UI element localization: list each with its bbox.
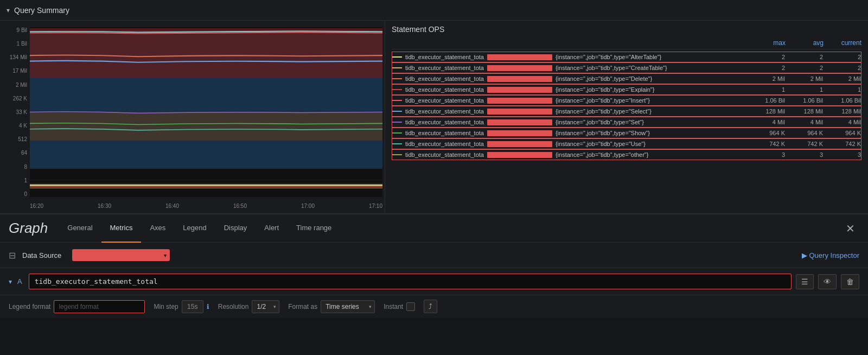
legend-max: 1 [747,86,785,93]
x-label-5: 17:10 [369,203,382,209]
legend-avg: 4 Mil [785,119,823,125]
datasource-select[interactable]: ▾ [72,249,170,261]
format-as-label: Format as [288,303,317,310]
legend-avg: 2 Mil [785,75,823,82]
page-title: Query Summary [14,6,69,15]
legend-current: 964 K [823,130,861,136]
query-options-button[interactable]: ☰ [796,274,814,289]
legend-metric-name: tidb_executor_statement_tota [405,130,484,136]
y-label-12: 0 [24,191,27,197]
query-letter-badge: A [17,277,22,286]
query-delete-button[interactable]: 🗑 [841,274,859,289]
legend-row: tidb_executor_statement_tota {instance="… [392,84,861,95]
legend-label: tidb_executor_statement_tota {instance="… [392,97,747,104]
resolution-select[interactable]: 1/2 ▾ [252,300,279,313]
close-button[interactable]: ✕ [841,220,859,237]
legend-redacted-instance [487,109,552,115]
graph-header: Graph GeneralMetricsAxesLegendDisplayAle… [0,214,868,243]
query-eye-button[interactable]: 👁 [818,274,837,289]
legend-avg: 3 [785,151,823,158]
tab-time-range[interactable]: Time range [288,214,340,243]
chart-right: Statement OPS max avg current tidb_execu… [385,21,868,213]
y-label-4: 2 Mil [16,82,27,88]
legend-color [392,56,402,58]
legend-current: 1.06 Bil [823,97,861,104]
legend-current: 2 Mil [823,75,861,82]
legend-max: 1.06 Bil [747,97,785,104]
legend-suffix: {instance=",job="tidb",type="Show"} [556,130,650,136]
legend-metric-name: tidb_executor_statement_tota [405,86,484,93]
legend-suffix: {instance=",job="tidb",type="Set"} [556,119,644,125]
tab-display[interactable]: Display [215,214,256,243]
legend-metric-name: tidb_executor_statement_tota [405,97,484,104]
export-button[interactable]: ⤴ [424,300,437,313]
legend-avg: 128 Mil [785,108,823,115]
statement-ops-title: Statement OPS [392,25,861,34]
legend-max: 4 Mil [747,119,785,125]
legend-label: tidb_executor_statement_tota {instance="… [392,119,747,125]
legend-suffix: {instance=",job="tidb",type="Explain"} [556,86,655,93]
legend-format-group: Legend format [9,300,145,313]
datasource-label: Data Source [22,251,66,259]
format-as-value: Time series [326,303,359,310]
y-label-9: 64 [21,150,27,156]
legend-label: tidb_executor_statement_tota {instance="… [392,151,747,158]
legend-row: tidb_executor_statement_tota {instance="… [392,106,861,117]
chevron-icon[interactable]: ▾ [7,7,10,14]
legend-max: 2 Mil [747,75,785,82]
legend-table: max avg current tidb_executor_statement_… [392,38,861,160]
graph-title: Graph [9,220,48,237]
min-step-label: Min step [154,303,178,310]
legend-avg: 964 K [785,130,823,136]
instant-label: Instant [384,303,403,310]
legend-color [392,111,402,112]
x-label-1: 16:30 [98,203,111,209]
tab-axes[interactable]: Axes [141,214,174,243]
query-controls: ⊟ Data Source ▾ ▶ Query Inspector [0,243,868,268]
legend-suffix: {instance=",job="tidb",type="Select"} [556,108,652,115]
instant-checkbox[interactable] [406,302,415,311]
datasource-value [78,251,154,259]
instant-group: Instant [384,302,415,311]
x-label-0: 16:20 [30,203,43,209]
legend-current: 742 K [823,141,861,147]
tab-general[interactable]: General [59,214,101,243]
legend-suffix: {instance=",job="tidb",type="Use"} [556,141,646,147]
legend-format-input[interactable] [54,300,145,313]
legend-redacted-instance [487,65,552,71]
resolution-value: 1/2 [257,303,266,310]
legend-label: tidb_executor_statement_tota {instance="… [392,141,747,147]
legend-metric-name: tidb_executor_statement_tota [405,108,484,115]
info-icon: ℹ [207,303,209,310]
database-icon: ⊟ [9,250,16,261]
resolution-label: Resolution [218,303,249,310]
y-axis-labels: 9 Bil 1 Bil 134 Mil 17 Mil 2 Mil 262 K 3… [0,27,29,197]
tab-alert[interactable]: Alert [256,214,288,243]
format-as-group: Format as Time series ▾ [288,300,375,313]
y-label-5: 262 K [13,96,27,102]
chart-canvas [30,27,382,197]
tab-metrics[interactable]: Metrics [101,214,142,243]
format-as-select[interactable]: Time series ▾ [321,300,375,313]
legend-suffix: {instance=",job="tidb",type="Delete"} [556,75,652,82]
legend-current: 3 [823,151,861,158]
legend-label: tidb_executor_statement_tota {instance="… [392,54,747,60]
resolution-arrow-icon: ▾ [273,304,276,309]
legend-col-current: current [824,39,861,47]
legend-col-max: max [748,39,786,47]
legend-avg: 2 [785,54,823,60]
legend-redacted-instance [487,54,552,60]
query-input[interactable] [29,274,792,289]
y-label-8: 512 [18,136,27,142]
legend-metric-name: tidb_executor_statement_tota [405,119,484,125]
legend-row: tidb_executor_statement_tota {instance="… [392,62,861,73]
legend-col-name [392,39,748,47]
legend-max: 128 Mil [747,108,785,115]
query-actions: ☰ 👁 🗑 [796,274,859,289]
query-inspector-button[interactable]: ▶ Query Inspector [802,251,859,259]
options-row: Legend format Min step 15s ℹ Resolution … [0,295,868,318]
legend-color [392,78,402,79]
tab-legend[interactable]: Legend [174,214,215,243]
dropdown-arrow-icon: ▾ [164,252,167,258]
legend-suffix: {instance=",job="tidb",type="Insert"} [556,97,650,104]
